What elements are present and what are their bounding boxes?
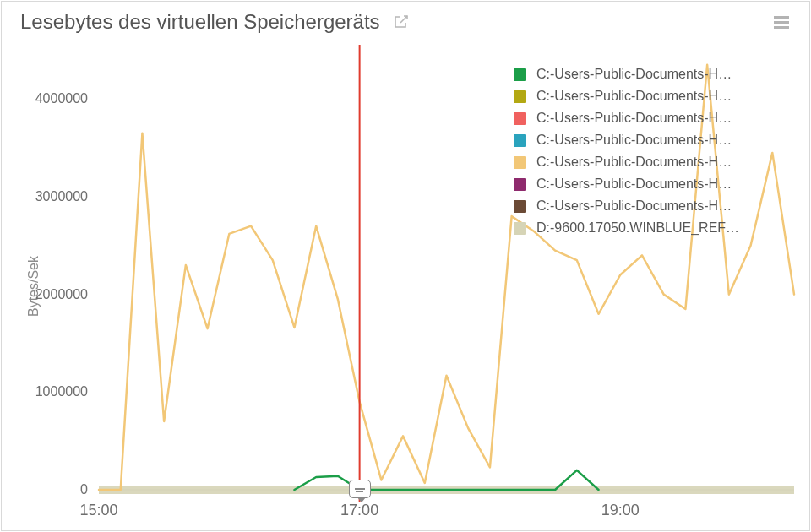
y-tick-label: 4000000 (35, 91, 88, 106)
panel-title: Lesebytes des virtuellen Speichergeräts (20, 10, 380, 34)
legend-swatch (514, 178, 526, 191)
svg-rect-1 (774, 21, 789, 24)
legend-swatch (514, 112, 526, 125)
legend-item[interactable]: C:-Users-Public-Documents-H… (514, 107, 791, 129)
legend-item[interactable]: C:-Users-Public-Documents-H… (514, 151, 791, 173)
y-tick-label: 0 (80, 482, 88, 497)
legend-item[interactable]: C:-Users-Public-Documents-H… (514, 63, 791, 85)
y-tick-label: 3000000 (35, 189, 88, 204)
x-axis-ticks: 15:0017:0019:00 (99, 498, 794, 524)
legend-label: C:-Users-Public-Documents-H… (536, 89, 732, 104)
legend-label: C:-Users-Public-Documents-H… (536, 176, 732, 192)
svg-rect-0 (774, 16, 789, 19)
legend-item[interactable]: C:-Users-Public-Documents-H… (514, 195, 791, 217)
x-tick-label: 15:00 (79, 502, 117, 519)
popout-icon[interactable] (392, 14, 409, 30)
svg-rect-2 (774, 26, 789, 29)
chart-area: Bytes/Sek 01000000200000030000004000000 … (2, 41, 809, 530)
legend-swatch (514, 156, 526, 169)
legend-label: C:-Users-Public-Documents-H… (536, 111, 732, 126)
legend-item[interactable]: C:-Users-Public-Documents-H… (514, 173, 791, 195)
comment-icon[interactable] (349, 480, 371, 498)
legend-label: C:-Users-Public-Documents-H… (536, 198, 732, 214)
legend-swatch (514, 200, 526, 213)
x-tick-label: 17:00 (340, 502, 378, 519)
chart-panel: Lesebytes des virtuellen Speichergeräts … (1, 1, 810, 531)
legend-swatch (514, 90, 526, 103)
legend: C:-Users-Public-Documents-H…C:-Users-Pub… (514, 63, 791, 239)
legend-swatch (514, 222, 526, 235)
legend-swatch (514, 134, 526, 147)
y-tick-label: 1000000 (35, 384, 88, 399)
hamburger-menu-icon[interactable] (772, 13, 796, 31)
legend-item[interactable]: D:-9600.17050.WINBLUE_REF… (514, 217, 791, 239)
y-tick-label: 2000000 (35, 287, 88, 302)
legend-swatch (514, 68, 526, 81)
legend-item[interactable]: C:-Users-Public-Documents-H… (514, 129, 791, 151)
legend-item[interactable]: C:-Users-Public-Documents-H… (514, 85, 791, 107)
legend-label: C:-Users-Public-Documents-H… (536, 67, 732, 82)
legend-label: C:-Users-Public-Documents-H… (536, 155, 732, 170)
legend-label: D:-9600.17050.WINBLUE_REF… (536, 220, 739, 236)
panel-header: Lesebytes des virtuellen Speichergeräts (2, 2, 809, 41)
y-axis-ticks: 01000000200000030000004000000 (2, 60, 95, 490)
legend-label: C:-Users-Public-Documents-H… (536, 133, 732, 148)
x-tick-label: 19:00 (601, 502, 640, 519)
